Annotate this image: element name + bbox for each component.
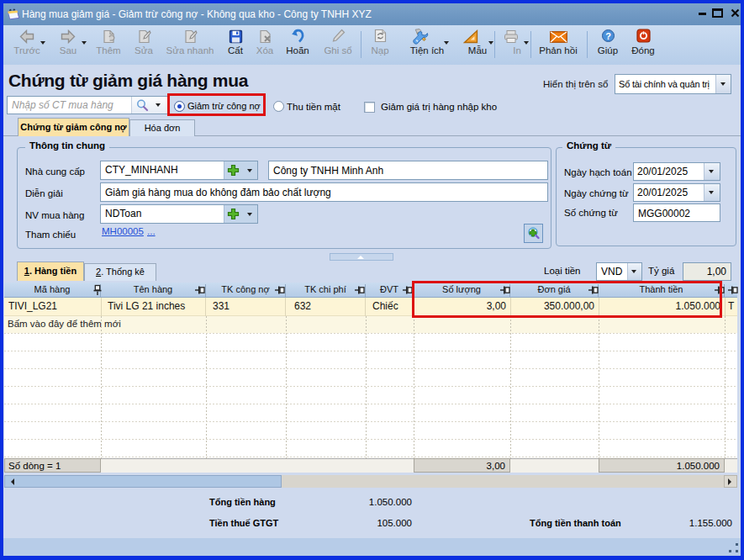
svg-text:?: ? (605, 31, 611, 41)
